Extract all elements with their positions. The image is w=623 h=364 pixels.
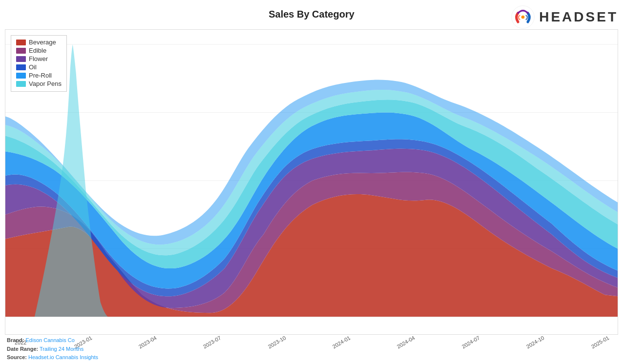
logo-text: HEADSET (539, 9, 618, 25)
svg-point-1 (521, 16, 525, 19)
legend-label-edible: Edible (29, 47, 46, 54)
source-value: Headset.io Cannabis Insights (28, 354, 98, 360)
edible-swatch (16, 48, 26, 54)
beverage-swatch (16, 40, 26, 45)
page-container: HEADSET Sales By Category Beverage Edibl… (0, 0, 623, 364)
xaxis-label-3: 2023-07 (202, 335, 222, 350)
chart-area (5, 29, 618, 335)
legend-label-beverage: Beverage (29, 39, 56, 46)
legend-item-vaporpens: Vapor Pens (16, 80, 62, 87)
legend-label-oil: Oil (29, 63, 37, 71)
legend-item-edible: Edible (16, 47, 62, 54)
chart-svg (5, 30, 618, 334)
oil-swatch (16, 64, 26, 70)
legend-label-vaporpens: Vapor Pens (29, 80, 62, 87)
xaxis-label-2: 2023-04 (138, 335, 158, 350)
legend-item-oil: Oil (16, 63, 62, 71)
xaxis-label-4: 2023-10 (267, 335, 287, 350)
xaxis-label-9: 2025-01 (590, 335, 610, 350)
xaxis-label-6: 2024-04 (396, 335, 416, 350)
brand-value: Edison Cannabis Co (26, 337, 75, 343)
logo-area: HEADSET (511, 5, 618, 29)
legend-label-preroll: Pre-Roll (29, 72, 52, 79)
legend-item-preroll: Pre-Roll (16, 72, 62, 79)
source-label: Source: (7, 354, 27, 360)
legend: Beverage Edible Flower Oil Pre-Roll Vapo… (11, 35, 67, 92)
footer-info: Brand: Edison Cannabis Co Date Range: Tr… (7, 336, 98, 362)
xaxis-label-8: 2024-10 (525, 335, 545, 350)
xaxis-label-5: 2024-01 (332, 335, 352, 350)
brand-label: Brand: (7, 337, 24, 343)
preroll-swatch (16, 73, 26, 79)
legend-label-flower: Flower (29, 55, 48, 62)
flower-swatch (16, 56, 26, 62)
daterange-label: Date Range: (7, 346, 38, 352)
xaxis-label-7: 2024-07 (461, 335, 481, 350)
vaporpens-swatch (16, 81, 26, 87)
legend-item-beverage: Beverage (16, 39, 62, 46)
daterange-value: Trailing 24 Months (40, 346, 83, 352)
headset-logo-icon (511, 5, 535, 29)
legend-item-flower: Flower (16, 55, 62, 62)
